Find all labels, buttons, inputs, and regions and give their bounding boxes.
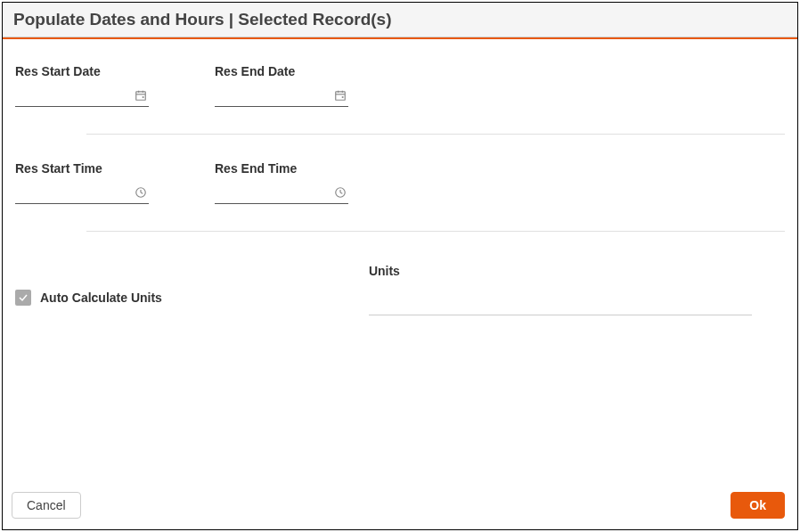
- units-label: Units: [369, 264, 752, 278]
- divider: [86, 231, 785, 232]
- divider: [86, 134, 785, 135]
- res-start-date-label: Res Start Date: [15, 64, 215, 78]
- res-start-time-group: Res Start Time: [15, 161, 215, 204]
- auto-calculate-units-label: Auto Calculate Units: [40, 291, 162, 305]
- res-start-date-group: Res Start Date: [15, 64, 215, 107]
- res-end-date-input[interactable]: [215, 87, 348, 107]
- dialog-footer: Cancel Ok: [3, 483, 797, 529]
- auto-calculate-units-checkbox[interactable]: [15, 290, 31, 306]
- res-end-time-group: Res End Time: [215, 161, 414, 204]
- bottom-row: Auto Calculate Units Units: [15, 264, 785, 315]
- auto-calculate-units-checkbox-wrapper[interactable]: Auto Calculate Units: [15, 280, 162, 315]
- ok-button[interactable]: Ok: [731, 492, 785, 519]
- dialog-title: Populate Dates and Hours | Selected Reco…: [13, 10, 787, 29]
- res-end-date-group: Res End Date: [215, 64, 414, 107]
- dialog-header: Populate Dates and Hours | Selected Reco…: [3, 3, 797, 37]
- res-end-time-label: Res End Time: [215, 161, 414, 176]
- res-start-date-input[interactable]: [15, 87, 149, 107]
- time-row: Res Start Time Res End Time: [15, 161, 785, 204]
- res-end-date-label: Res End Date: [215, 64, 414, 78]
- res-start-time-label: Res Start Time: [15, 161, 215, 176]
- dialog: Populate Dates and Hours | Selected Reco…: [2, 2, 798, 530]
- date-row: Res Start Date Res End Dat: [15, 64, 785, 107]
- cancel-button[interactable]: Cancel: [12, 492, 81, 519]
- units-input[interactable]: [369, 296, 752, 315]
- dialog-body: Res Start Date Res End Dat: [3, 39, 797, 483]
- units-group: Units: [369, 264, 752, 315]
- res-start-time-input[interactable]: [15, 184, 149, 204]
- res-end-time-input[interactable]: [215, 184, 348, 204]
